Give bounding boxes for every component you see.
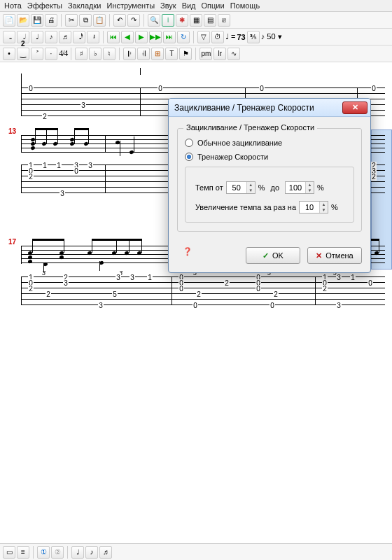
help-icon[interactable]: ❓ bbox=[183, 247, 192, 264]
text-icon[interactable]: T bbox=[165, 48, 178, 60]
staccato-icon[interactable]: · bbox=[45, 48, 57, 60]
menu-item[interactable]: Звук bbox=[160, 1, 176, 10]
spinner-down-icon[interactable]: ▼ bbox=[320, 207, 328, 213]
tab-fret[interactable]: 1 bbox=[350, 274, 356, 281]
copy-icon[interactable]: ⧉ bbox=[79, 14, 92, 27]
tab-fret[interactable]: 2 bbox=[273, 290, 279, 298]
menu-item[interactable]: Вид bbox=[182, 1, 196, 10]
tempo-from-input[interactable] bbox=[227, 182, 246, 193]
spinner-down-icon[interactable]: ▼ bbox=[247, 188, 255, 193]
natural-icon[interactable]: ♮ bbox=[103, 48, 115, 60]
tab-fret[interactable]: 1 bbox=[42, 162, 48, 169]
tab-fret[interactable]: 2 bbox=[371, 173, 377, 181]
voice2-icon[interactable]: ② bbox=[51, 546, 64, 559]
rest-icon[interactable]: 𝄽 bbox=[87, 31, 99, 43]
tab-fret[interactable]: 5 bbox=[112, 290, 118, 298]
tab-fret[interactable]: 3 bbox=[88, 162, 93, 169]
tab-fret[interactable]: 3 bbox=[59, 190, 65, 197]
tab-fret[interactable]: 3 bbox=[115, 274, 121, 281]
info-icon[interactable]: i bbox=[162, 14, 174, 27]
open-icon[interactable]: 📂 bbox=[17, 14, 29, 27]
increment-input[interactable] bbox=[300, 202, 319, 213]
increment-spinner[interactable]: ▲▼ bbox=[299, 201, 328, 214]
dialog-titlebar[interactable]: Зацикливание / Тренажер Скорости ✕ bbox=[169, 99, 370, 117]
tab-fret[interactable]: 3 bbox=[80, 102, 86, 109]
radio-speed-trainer[interactable]: Тренажер Скорости bbox=[185, 153, 354, 161]
spinner-up-icon[interactable]: ▲ bbox=[247, 182, 255, 188]
first-icon[interactable]: ⏮ bbox=[107, 31, 120, 43]
tool-icon[interactable]: ✱ bbox=[176, 14, 188, 27]
mixer-icon[interactable]: ⎚ bbox=[218, 14, 230, 27]
spinner-up-icon[interactable]: ▲ bbox=[320, 202, 328, 207]
tuplet-icon[interactable]: ⅗ bbox=[247, 31, 260, 43]
redo-icon[interactable]: ↷ bbox=[127, 14, 140, 27]
tab-fret[interactable]: 2 bbox=[322, 285, 328, 293]
radio-simple-loop[interactable]: Обычное зацикливание bbox=[185, 139, 354, 147]
tab-fret[interactable]: 3 bbox=[336, 274, 342, 281]
tab-fret[interactable]: 0 bbox=[158, 85, 163, 92]
tab-fret[interactable]: 1 bbox=[56, 162, 62, 169]
palette-icon[interactable]: ▤ bbox=[204, 14, 216, 27]
tab-fret[interactable]: 0 bbox=[178, 285, 184, 293]
save-icon[interactable]: 💾 bbox=[31, 14, 43, 27]
tab-fret[interactable]: 3 bbox=[63, 279, 69, 287]
marker-icon[interactable]: ⚑ bbox=[179, 48, 192, 60]
chord-icon[interactable]: ⊞ bbox=[151, 48, 164, 60]
sixteenth-note-icon[interactable]: ♬ bbox=[59, 31, 71, 43]
eighth-note-icon[interactable]: ♪ bbox=[45, 31, 57, 43]
grid-icon[interactable]: ▦ bbox=[190, 14, 202, 27]
tempo-from-spinner[interactable]: ▲▼ bbox=[226, 181, 255, 194]
tab-fret[interactable]: 2 bbox=[42, 113, 48, 120]
next-icon[interactable]: ▶▶ bbox=[149, 31, 162, 43]
note-duration-icon[interactable]: ♪ bbox=[85, 546, 98, 559]
undo-icon[interactable]: ↶ bbox=[113, 14, 126, 27]
menu-item[interactable]: Инструменты bbox=[106, 1, 155, 10]
tab-fret[interactable]: 2 bbox=[46, 290, 51, 298]
ok-button[interactable]: ✓ OK bbox=[246, 247, 300, 264]
tab-fret[interactable]: 3 bbox=[336, 302, 342, 309]
tab-fret[interactable]: 0 bbox=[192, 302, 198, 309]
dot-duration-icon[interactable]: • bbox=[3, 48, 15, 60]
menu-item[interactable]: Помощь bbox=[230, 1, 260, 10]
spinner-down-icon[interactable]: ▼ bbox=[306, 188, 314, 193]
bar-view-icon[interactable]: ≡ bbox=[17, 546, 29, 559]
cut-icon[interactable]: ✂ bbox=[65, 14, 78, 27]
zoom-icon[interactable]: 🔍 bbox=[148, 14, 160, 27]
loop-icon[interactable]: ↻ bbox=[177, 31, 190, 43]
new-icon[interactable]: 📄 bbox=[3, 14, 15, 27]
cancel-button[interactable]: ✕ Отмена bbox=[307, 247, 362, 264]
paste-icon[interactable]: 📋 bbox=[93, 14, 106, 27]
menu-item[interactable]: Нота bbox=[4, 1, 22, 10]
timesig-display[interactable]: 4/4 bbox=[59, 48, 67, 59]
note-duration-icon[interactable]: ♬ bbox=[99, 546, 112, 559]
accent-icon[interactable]: ˃ bbox=[31, 48, 43, 60]
tab-fret[interactable]: 0 bbox=[270, 302, 275, 309]
whole-note-icon[interactable]: 𝅝 bbox=[3, 31, 15, 43]
metronome-icon[interactable]: ▽ bbox=[197, 31, 210, 43]
menu-item[interactable]: Закладки bbox=[68, 1, 102, 10]
tab-fret[interactable]: 1 bbox=[147, 274, 153, 281]
tab-fret[interactable]: 3 bbox=[98, 302, 104, 309]
menu-item[interactable]: Эффекты bbox=[27, 1, 62, 10]
thirtysecond-note-icon[interactable]: 𝅘𝅥𝅰 bbox=[73, 31, 85, 43]
close-button[interactable]: ✕ bbox=[342, 102, 368, 114]
play-icon[interactable]: ▶ bbox=[135, 31, 148, 43]
tab-fret[interactable]: 0 bbox=[74, 167, 79, 175]
tab-fret[interactable]: 0 bbox=[259, 85, 265, 92]
menu-item[interactable]: Опции bbox=[202, 1, 225, 10]
flat-icon[interactable]: ♭ bbox=[89, 48, 102, 60]
note-duration-icon[interactable]: ♩ bbox=[71, 546, 84, 559]
tempo-to-spinner[interactable]: ▲▼ bbox=[285, 181, 314, 194]
tab-fret[interactable]: 0 bbox=[371, 85, 377, 92]
tie-icon[interactable]: ‿ bbox=[17, 48, 29, 60]
sharp-icon[interactable]: ♯ bbox=[75, 48, 88, 60]
spinner-up-icon[interactable]: ▲ bbox=[306, 182, 314, 188]
repeat-start-icon[interactable]: 𝄆 bbox=[123, 48, 136, 60]
countdown-icon[interactable]: ⏱ bbox=[211, 31, 224, 43]
track-icon[interactable]: ▭ bbox=[3, 546, 15, 559]
print-icon[interactable]: 🖨 bbox=[45, 14, 57, 27]
tab-fret[interactable]: 2 bbox=[224, 279, 230, 287]
last-icon[interactable]: ⏭ bbox=[163, 31, 176, 43]
quarter-note-icon[interactable]: ♩ bbox=[31, 31, 43, 43]
let-ring-icon[interactable]: lr bbox=[214, 48, 226, 60]
